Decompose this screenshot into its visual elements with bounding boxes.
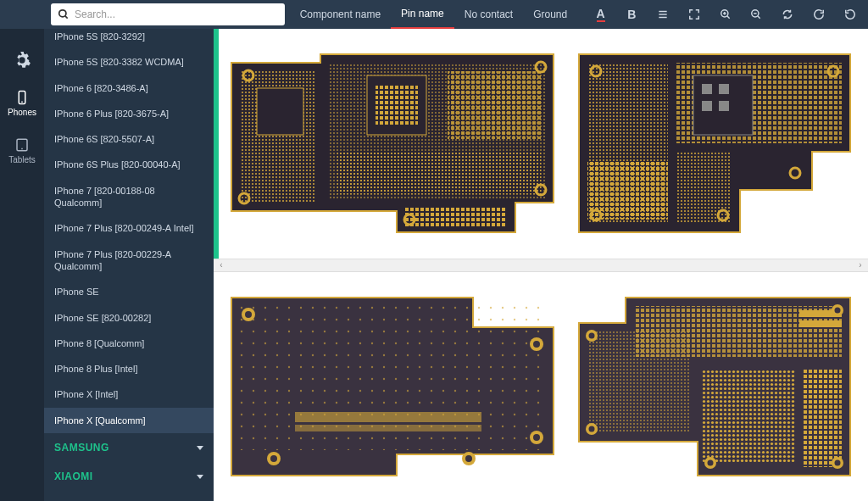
left-nav: Phones Tablets <box>0 29 44 501</box>
search-box[interactable] <box>51 3 285 25</box>
phone-icon <box>14 90 30 105</box>
svg-rect-30 <box>405 207 507 228</box>
svg-rect-36 <box>702 101 712 111</box>
scroll-left-arrow[interactable]: ‹ <box>214 259 229 271</box>
svg-point-69 <box>835 307 841 313</box>
rotate-ccw-button[interactable] <box>837 0 863 29</box>
font-color-button[interactable]: A <box>587 0 614 29</box>
chevron-down-icon <box>197 475 203 479</box>
svg-point-0 <box>59 10 66 17</box>
svg-point-56 <box>533 434 540 441</box>
filter-pin-name[interactable]: Pin name <box>391 0 454 29</box>
chevron-down-icon <box>197 446 203 450</box>
topbar: Component namePin nameNo contactGround A… <box>0 0 868 29</box>
pcb-viewer: ‹ › <box>214 29 868 501</box>
pane-scrollbar[interactable]: ‹ › <box>214 259 868 272</box>
svg-point-67 <box>589 332 595 338</box>
device-item[interactable]: IPhone SE <box>44 279 214 304</box>
bottom-pane[interactable] <box>214 272 868 502</box>
device-item[interactable]: IPhone X [Qualcomm] <box>44 408 214 433</box>
device-item[interactable]: IPhone 6 Plus [820-3675-A] <box>44 101 214 126</box>
device-item[interactable]: IPhone 8 [Qualcomm] <box>44 331 214 356</box>
device-item[interactable]: IPhone SE [820-00282] <box>44 305 214 331</box>
pcb-board-bottom-back[interactable] <box>575 293 854 480</box>
align-button[interactable] <box>650 0 676 29</box>
svg-rect-23 <box>448 71 541 139</box>
svg-point-52 <box>270 455 277 462</box>
scroll-right-arrow[interactable]: › <box>853 259 868 271</box>
device-item[interactable]: IPhone 6S [820-5507-A] <box>44 126 214 152</box>
device-item[interactable]: IPhone 5S [820-3382 WCDMA] <box>44 49 214 75</box>
zoom-out-button[interactable] <box>743 0 770 29</box>
svg-line-10 <box>758 16 760 19</box>
nav-tablets-label: Tablets <box>8 155 36 164</box>
device-item[interactable]: IPhone 7 Plus [820-00249-A Intel] <box>44 215 214 241</box>
svg-point-73 <box>708 459 714 465</box>
pcb-board-top-front[interactable] <box>227 50 558 237</box>
refresh-button[interactable] <box>775 0 801 29</box>
svg-rect-63 <box>804 370 842 467</box>
svg-point-75 <box>835 459 841 465</box>
device-item[interactable]: IPhone 5S [820-3292] <box>44 29 214 49</box>
pcb-board-bottom-front[interactable] <box>227 293 558 480</box>
nav-phones-label: Phones <box>8 108 36 117</box>
filter-component-name[interactable]: Component name <box>290 0 391 29</box>
svg-point-71 <box>589 426 595 431</box>
svg-line-6 <box>726 16 729 19</box>
brand-samsung[interactable]: SAMSUNG <box>44 433 214 462</box>
search-icon <box>58 8 70 20</box>
svg-rect-62 <box>702 370 795 463</box>
svg-rect-38 <box>676 152 732 224</box>
svg-point-58 <box>533 341 540 348</box>
brand-label: SAMSUNG <box>54 442 109 454</box>
active-indicator <box>214 29 219 259</box>
filter-no-contact[interactable]: No contact <box>454 0 523 29</box>
device-item[interactable]: IPhone 6 [820-3486-A] <box>44 75 214 101</box>
search-input[interactable] <box>75 8 278 20</box>
brand-oppo[interactable]: OPPO <box>44 491 214 501</box>
gear-icon <box>13 51 31 70</box>
svg-line-1 <box>65 16 68 19</box>
svg-rect-61 <box>587 331 689 433</box>
nav-phones[interactable]: Phones <box>0 83 44 124</box>
top-pane[interactable] <box>214 29 868 259</box>
device-item[interactable]: IPhone 7 [820-00188-08 Qualcomm] <box>44 178 214 216</box>
svg-rect-34 <box>702 84 712 94</box>
svg-rect-47 <box>295 412 481 422</box>
device-item[interactable]: IPhone 8 Plus [Intel] <box>44 356 214 381</box>
device-item[interactable]: IPhone 6S Plus [820-00040-A] <box>44 152 214 177</box>
device-item[interactable]: IPhone 7 Plus [820-00229-A Qualcomm] <box>44 242 214 280</box>
tablet-icon <box>14 137 30 153</box>
svg-rect-35 <box>719 84 729 94</box>
brand-xiaomi[interactable]: XIAOMI <box>44 462 214 491</box>
svg-rect-20 <box>257 88 303 135</box>
rotate-cw-button[interactable] <box>805 0 832 29</box>
svg-point-54 <box>465 455 472 462</box>
filter-ground[interactable]: Ground <box>523 0 577 29</box>
svg-rect-37 <box>719 101 729 111</box>
nav-settings[interactable] <box>0 44 44 76</box>
nav-tablets[interactable]: Tablets <box>0 131 44 171</box>
svg-point-50 <box>245 311 252 318</box>
fullscreen-button[interactable] <box>681 0 707 29</box>
device-item[interactable]: IPhone X [Intel] <box>44 381 214 407</box>
svg-rect-24 <box>337 152 541 194</box>
bold-button[interactable]: B <box>619 0 645 29</box>
zoom-in-button[interactable] <box>712 0 738 29</box>
brand-label: XIAOMI <box>54 470 93 482</box>
svg-rect-22 <box>376 84 418 126</box>
pcb-board-top-back[interactable] <box>575 50 854 237</box>
svg-rect-65 <box>799 320 842 327</box>
svg-rect-48 <box>295 425 481 431</box>
device-sidebar[interactable]: IPhone 5S [820-3292]IPhone 5S [820-3382 … <box>44 29 214 501</box>
